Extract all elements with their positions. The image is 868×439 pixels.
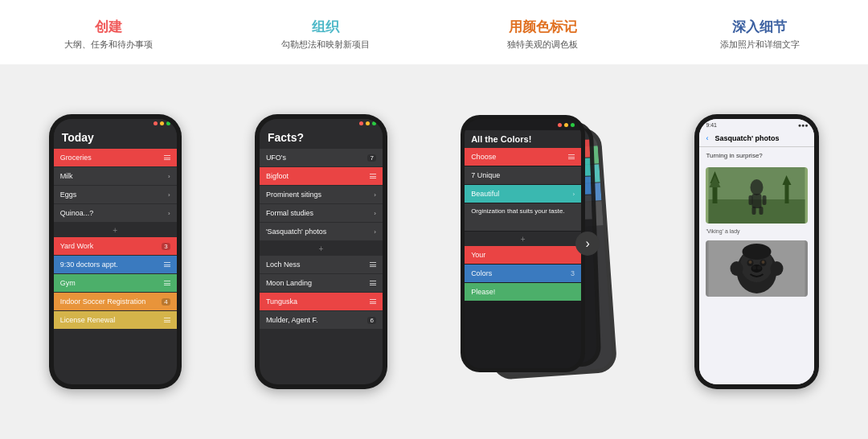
phone-colors-container: Choose Choose 7 Unique Beautiful › Orgin…: [461, 115, 621, 388]
sitings-label: Prominent sitings: [266, 191, 374, 199]
formal-label: Formal studies: [266, 209, 374, 217]
yardwork-label: Yard Work: [60, 242, 162, 250]
dot-yellow: [160, 121, 164, 125]
phone1-screen: Today Groceries Milk › Eggs › Quinoa...?: [54, 119, 177, 384]
ufos-badge: 7: [367, 154, 375, 162]
list-item-milk[interactable]: Milk ›: [54, 167, 177, 185]
lochness-label: Loch Ness: [266, 261, 370, 269]
list-item-license[interactable]: License Renewal: [54, 311, 177, 329]
svg-rect-8: [752, 194, 762, 208]
hamburger-icon: [370, 262, 376, 267]
svg-rect-10: [763, 195, 767, 205]
col4-subtitle: 添加照片和详细文字: [720, 39, 800, 51]
dot-green: [571, 123, 575, 127]
colors-beautiful[interactable]: Beautiful ›: [465, 185, 581, 203]
colors-org[interactable]: Orginization that suits your taste.: [465, 203, 581, 231]
svg-point-7: [751, 179, 764, 195]
col2-subtitle: 勾勒想法和映射新项目: [281, 39, 370, 51]
dot-red: [154, 121, 158, 125]
arrow-next-icon[interactable]: [575, 232, 600, 256]
svg-point-22: [752, 266, 756, 270]
list-item-tunguska[interactable]: Tunguska: [260, 293, 383, 310]
list-item-moonlanding[interactable]: Moon Landing: [260, 274, 383, 292]
hamburger-icon: [370, 299, 376, 304]
colors-your[interactable]: Your: [465, 246, 581, 264]
svg-rect-9: [749, 195, 753, 205]
colors-choose[interactable]: Choose: [465, 148, 581, 166]
list-item-lochness[interactable]: Loch Ness: [260, 256, 383, 273]
phones-section: Today Groceries Milk › Eggs › Quinoa...?: [0, 64, 868, 439]
phone2-title: Facts?: [260, 128, 383, 149]
list-item-groceries[interactable]: Groceries: [54, 149, 177, 166]
list-item-ufos[interactable]: UFO's 7: [260, 149, 383, 166]
list-item-mulder[interactable]: Mulder, Agent F. 6: [260, 311, 383, 329]
svg-rect-12: [760, 207, 764, 215]
col3-subtitle: 独特美观的调色板: [507, 39, 578, 51]
colors-7unique[interactable]: 7 Unique: [465, 166, 581, 184]
add-divider-2[interactable]: +: [260, 241, 383, 256]
phone1-dots: [54, 119, 177, 128]
column-header-detail: 深入细节 添加照片和详细文字: [651, 0, 868, 64]
phone2-screen: Facts? UFO's 7 Bigfoot Prominent sitings…: [260, 119, 383, 384]
chevron-icon: ›: [168, 191, 170, 199]
list-item-bigfoot[interactable]: Bigfoot: [260, 167, 383, 185]
column-header-create: 创建 大纲、任务和待办事项: [0, 0, 217, 64]
list-item-quinoa[interactable]: Quinoa...? ›: [54, 204, 177, 222]
chevron-icon: ›: [168, 173, 170, 180]
phone2-dots: [260, 119, 383, 128]
hamburger-icon: [370, 174, 376, 178]
groceries-label: Groceries: [60, 154, 164, 162]
colors-please[interactable]: Please!: [465, 283, 581, 301]
chevron-icon: ›: [168, 210, 170, 217]
eggs-label: Eggs: [60, 191, 168, 199]
hamburger-icon: [164, 155, 170, 160]
dot-yellow: [366, 121, 370, 125]
col2-title: 组织: [312, 18, 339, 36]
add-divider-1[interactable]: +: [54, 223, 177, 237]
list-item-doctor[interactable]: 9:30 doctors appt.: [54, 256, 177, 273]
col1-subtitle: 大纲、任务和待办事项: [64, 39, 153, 51]
top-headers: 创建 大纲、任务和待办事项 组织 勾勒想法和映射新项目 用颜色标记 独特美观的调…: [0, 0, 868, 64]
list-item-sitings[interactable]: Prominent sitings ›: [260, 186, 383, 203]
soccer-label: Indoor Soccer Registration: [60, 297, 162, 306]
phone4-navbar: ‹ Sasquatch' photos: [699, 130, 814, 147]
phone-facts: Facts? UFO's 7 Bigfoot Prominent sitings…: [255, 114, 387, 389]
svg-point-19: [749, 261, 752, 264]
quinoa-label: Quinoa...?: [60, 209, 168, 217]
dot-red: [558, 123, 562, 127]
phone3-front-screen: All the Colors! Choose 7 Unique Beautifu…: [465, 119, 581, 368]
list-item-eggs[interactable]: Eggs ›: [54, 186, 177, 203]
back-button[interactable]: ‹: [706, 134, 708, 142]
list-item-gym[interactable]: Gym: [54, 274, 177, 292]
chevron-icon: ›: [374, 210, 376, 217]
svg-rect-5: [785, 183, 789, 203]
groceries-right: [164, 155, 170, 160]
list-item-yardwork[interactable]: Yard Work 3: [54, 237, 177, 255]
list-item-formal[interactable]: Formal studies ›: [260, 204, 383, 222]
phone4-screen: 9:41 ●●● ‹ Sasquatch' photos Turning in …: [699, 119, 814, 384]
column-header-color: 用颜色标记 独特美观的调色板: [434, 0, 651, 64]
tunguska-label: Tunguska: [266, 297, 370, 306]
list-item-sasquatch[interactable]: 'Sasquatch' photos ›: [260, 223, 383, 240]
colors-colors[interactable]: Colors 3: [465, 265, 581, 282]
detail-caption1: 'Viking' a lady: [699, 227, 814, 237]
mulder-badge: 6: [367, 317, 375, 324]
hamburger-icon: [370, 281, 376, 285]
phone1-title: Today: [54, 128, 177, 149]
list-item-soccer[interactable]: Indoor Soccer Registration 4: [54, 293, 177, 310]
sasquatch-label: 'Sasquatch' photos: [266, 228, 374, 236]
nav-title: Sasquatch' photos: [714, 134, 779, 142]
ufos-label: UFO's: [266, 154, 368, 162]
add-divider-3[interactable]: +: [465, 232, 581, 246]
chevron-icon: ›: [374, 228, 376, 236]
dot-green: [372, 121, 376, 125]
hamburger-icon: [164, 318, 170, 322]
license-label: License Renewal: [60, 316, 164, 324]
soccer-badge: 4: [162, 298, 170, 306]
svg-point-26: [743, 244, 772, 260]
moonlanding-label: Moon Landing: [266, 279, 370, 287]
yardwork-badge: 3: [162, 243, 170, 250]
chevron-icon: ›: [374, 191, 376, 199]
milk-label: Milk: [60, 172, 168, 180]
mulder-label: Mulder, Agent F.: [266, 316, 368, 324]
